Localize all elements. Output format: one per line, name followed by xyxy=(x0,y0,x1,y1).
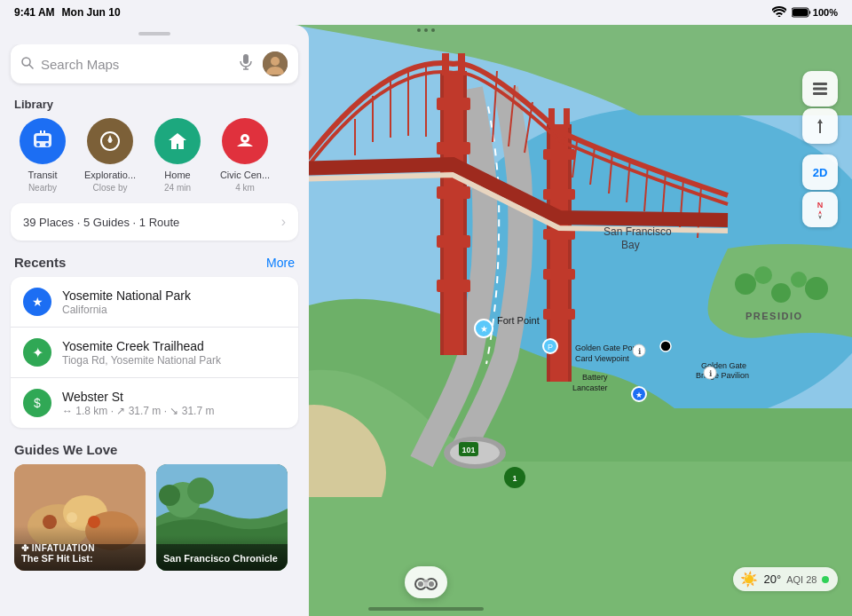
explore-sublabel: Close by xyxy=(93,183,128,193)
status-bar: 9:41 AM Mon Jun 10 100% xyxy=(0,0,852,25)
2d-label: 2D xyxy=(813,166,828,179)
svg-text:Lancaster: Lancaster xyxy=(572,383,608,392)
yosemite-creek-name: Yosemite Creek Trailhead xyxy=(62,339,286,353)
svg-point-82 xyxy=(36,143,40,146)
svg-point-42 xyxy=(754,266,772,284)
yosemite-park-icon: ★ xyxy=(23,288,51,316)
civic-label: Civic Cen... xyxy=(220,170,270,181)
svg-rect-9 xyxy=(437,142,470,154)
svg-point-0 xyxy=(777,15,780,17)
recent-item-yosemite-creek[interactable]: ✦ Yosemite Creek Trailhead Tioga Rd, Yos… xyxy=(11,328,298,378)
guide-card-sf-chronicle[interactable]: San Francisco Chronicle xyxy=(156,464,288,571)
svg-rect-24 xyxy=(564,108,570,128)
quick-actions: Transit Nearby Exploratio... Close by Ho… xyxy=(0,118,309,203)
svg-line-74 xyxy=(29,65,33,68)
svg-point-83 xyxy=(45,143,49,146)
map-layers-button[interactable] xyxy=(802,71,838,107)
qa-civic[interactable]: Civic Cen... 4 km xyxy=(217,118,273,193)
yosemite-creek-sub: Tioga Rd, Yosemite National Park xyxy=(62,354,286,367)
svg-rect-85 xyxy=(43,130,45,133)
home-sublabel: 24 min xyxy=(164,183,191,193)
qa-explore[interactable]: Exploratio... Close by xyxy=(82,118,138,193)
directions-button[interactable] xyxy=(802,108,838,144)
svg-text:PRESIDIO: PRESIDIO xyxy=(746,311,803,321)
svg-rect-104 xyxy=(813,83,827,85)
svg-text:San Francisco: San Francisco xyxy=(604,225,672,238)
svg-rect-22 xyxy=(543,309,575,320)
svg-text:101: 101 xyxy=(462,446,475,454)
user-avatar[interactable] xyxy=(263,51,288,76)
yosemite-creek-icon: ✦ xyxy=(23,338,51,367)
north-compass-button[interactable]: N xyxy=(802,192,838,227)
yosemite-park-sub: California xyxy=(62,304,286,316)
svg-text:Card Viewpoint: Card Viewpoint xyxy=(575,354,629,363)
bottom-toolbar xyxy=(405,566,447,598)
svg-point-113 xyxy=(429,581,434,587)
map-controls: 2D N xyxy=(802,71,838,227)
svg-rect-11 xyxy=(437,235,470,248)
guide-card-infatuation-label: ✤ INFATUATION The SF Hit List: xyxy=(14,525,146,571)
svg-point-41 xyxy=(735,273,756,295)
svg-text:P: P xyxy=(548,343,553,351)
home-indicator xyxy=(368,607,484,611)
svg-rect-5 xyxy=(444,71,463,355)
svg-rect-6 xyxy=(440,71,444,355)
drawer-handle[interactable] xyxy=(138,32,170,36)
maps-drawer: Library Transit Nearby Exploratio... Clo… xyxy=(0,25,309,616)
svg-point-112 xyxy=(418,581,423,587)
svg-point-58 xyxy=(660,341,671,351)
qa-transit[interactable]: Transit Nearby xyxy=(14,118,71,193)
guides-love-title: Guides We Love xyxy=(0,442,309,464)
recents-list: ★ Yosemite National Park California ✦ Yo… xyxy=(11,277,298,428)
look-around-button[interactable] xyxy=(405,566,447,598)
search-input[interactable] xyxy=(41,57,229,72)
top-dots-indicator xyxy=(417,28,435,32)
svg-rect-10 xyxy=(437,186,470,199)
recent-item-webster[interactable]: $ Webster St ↔ 1.8 km · ↗ 31.7 m · ↘ 31.… xyxy=(11,378,298,428)
transit-icon xyxy=(20,118,66,164)
search-icon xyxy=(21,57,34,72)
svg-point-90 xyxy=(243,137,247,140)
svg-rect-84 xyxy=(40,130,42,133)
yosemite-creek-info: Yosemite Creek Trailhead Tioga Rd, Yosem… xyxy=(62,339,286,367)
recents-header: Recents More xyxy=(0,255,309,277)
webster-icon: $ xyxy=(23,389,51,417)
status-time: 9:41 AM xyxy=(14,6,55,19)
svg-point-96 xyxy=(67,512,77,523)
battery-icon: 100% xyxy=(792,7,838,18)
guides-summary-bar[interactable]: 39 Places · 5 Guides · 1 Route › xyxy=(11,203,298,241)
guide-card-infatuation[interactable]: ✤ INFATUATION The SF Hit List: xyxy=(14,464,146,571)
drawer-scroll[interactable]: Library Transit Nearby Exploratio... Clo… xyxy=(0,44,309,582)
guides-cards: ✤ INFATUATION The SF Hit List: xyxy=(0,464,309,571)
svg-text:★: ★ xyxy=(480,324,488,334)
svg-text:1: 1 xyxy=(512,474,517,483)
svg-point-45 xyxy=(805,277,828,300)
svg-point-79 xyxy=(271,57,280,66)
guide-card-sf-chronicle-label: San Francisco Chronicle xyxy=(156,535,288,571)
civic-sublabel: 4 km xyxy=(235,183,255,193)
webster-info: Webster St ↔ 1.8 km · ↗ 31.7 m · ↘ 31.7 … xyxy=(62,390,286,417)
svg-rect-19 xyxy=(543,189,575,200)
mic-button[interactable] xyxy=(236,54,256,74)
aqi-label: AQI 28 xyxy=(786,574,816,585)
webster-sub: ↔ 1.8 km · ↗ 31.7 m · ↘ 31.7 m xyxy=(62,405,286,417)
recents-title: Recents xyxy=(14,255,66,270)
svg-point-44 xyxy=(791,272,807,288)
explore-icon xyxy=(87,118,133,164)
library-label: Library xyxy=(0,94,309,118)
explore-label: Exploratio... xyxy=(84,170,136,181)
2d-view-button[interactable]: 2D xyxy=(802,154,838,190)
recent-item-yosemite-park[interactable]: ★ Yosemite National Park California xyxy=(11,277,298,328)
weather-aqi: AQI 28 xyxy=(786,573,829,586)
svg-text:★: ★ xyxy=(635,391,643,399)
transit-sublabel: Nearby xyxy=(28,183,57,193)
qa-home[interactable]: Home 24 min xyxy=(149,118,206,193)
svg-rect-12 xyxy=(437,280,470,292)
guides-chevron-icon: › xyxy=(281,214,286,230)
svg-rect-8 xyxy=(437,98,470,110)
svg-marker-108 xyxy=(818,210,822,215)
recents-more-button[interactable]: More xyxy=(266,256,295,270)
status-day: Mon Jun 10 xyxy=(62,6,121,19)
search-bar[interactable] xyxy=(11,44,298,83)
home-icon xyxy=(154,118,201,164)
